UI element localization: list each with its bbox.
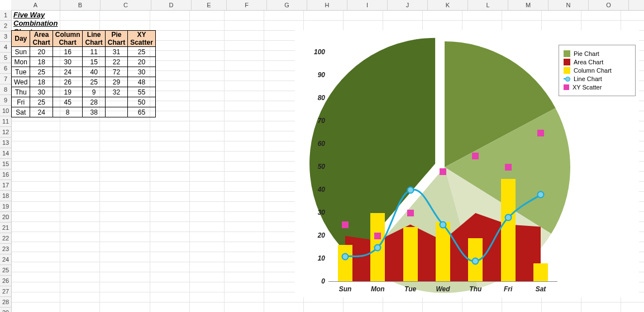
row-header-21[interactable]: 21 xyxy=(0,223,11,233)
table-cell[interactable]: 65 xyxy=(128,107,156,117)
row-header-2[interactable]: 2 xyxy=(0,21,11,31)
row-header-14[interactable]: 14 xyxy=(0,148,11,159)
row-header-7[interactable]: 7 xyxy=(0,74,11,84)
table-cell[interactable] xyxy=(105,97,127,107)
chart-legend[interactable]: Pie Chart Area Chart Column Chart Line C… xyxy=(559,45,636,96)
table-cell[interactable]: 25 xyxy=(30,97,53,107)
table-cell[interactable]: Thu xyxy=(12,87,30,97)
table-cell[interactable]: 40 xyxy=(83,67,105,77)
col-header-D[interactable]: D xyxy=(151,0,192,10)
row-header-23[interactable]: 23 xyxy=(0,244,11,254)
table-cell[interactable]: Wed xyxy=(12,77,30,87)
data-table[interactable]: DayArea ChartColumn ChartLine ChartPie C… xyxy=(11,30,156,117)
table-row[interactable]: Mon1830152220 xyxy=(12,57,156,67)
table-cell[interactable]: Sun xyxy=(12,47,30,57)
row-header-12[interactable]: 12 xyxy=(0,127,11,138)
col-header-B[interactable]: B xyxy=(60,0,101,10)
row-header-22[interactable]: 22 xyxy=(0,233,11,244)
table-cell[interactable]: 31 xyxy=(105,47,127,57)
table-cell[interactable]: 24 xyxy=(53,67,83,77)
combo-chart[interactable]: 0102030405060708090100 SunMonTueWedThuFr… xyxy=(295,30,639,297)
table-cell[interactable]: Sat xyxy=(12,107,30,117)
row-header-13[interactable]: 13 xyxy=(0,138,11,148)
table-cell[interactable]: Fri xyxy=(12,97,30,107)
row-header-5[interactable]: 5 xyxy=(0,53,11,63)
table-cell[interactable]: 72 xyxy=(105,67,127,77)
table-cell[interactable]: 55 xyxy=(128,87,156,97)
col-header-L[interactable]: L xyxy=(468,0,508,10)
col-header-A[interactable]: A xyxy=(11,0,60,10)
table-cell[interactable]: 30 xyxy=(53,57,83,67)
table-cell[interactable]: 25 xyxy=(30,67,53,77)
col-header-I[interactable]: I xyxy=(347,0,388,10)
table-cell[interactable]: 15 xyxy=(83,57,105,67)
table-cell[interactable]: 11 xyxy=(83,47,105,57)
table-header[interactable]: Area Chart xyxy=(30,31,53,47)
table-cell[interactable]: Mon xyxy=(12,57,30,67)
row-header-19[interactable]: 19 xyxy=(0,201,11,212)
row-header-8[interactable]: 8 xyxy=(0,84,11,95)
row-header-3[interactable]: 3 xyxy=(0,31,11,42)
table-cell[interactable]: 18 xyxy=(30,57,53,67)
table-row[interactable]: Wed1826252948 xyxy=(12,77,156,87)
table-cell[interactable]: 24 xyxy=(30,107,53,117)
row-header-9[interactable]: 9 xyxy=(0,95,11,106)
row-header-4[interactable]: 4 xyxy=(0,42,11,53)
col-header-G[interactable]: G xyxy=(267,0,307,10)
table-cell[interactable]: 38 xyxy=(83,107,105,117)
row-header-1[interactable]: 1 xyxy=(0,10,11,21)
table-cell[interactable]: 16 xyxy=(53,47,83,57)
col-header-O[interactable]: O xyxy=(589,0,629,10)
table-cell[interactable]: 50 xyxy=(128,97,156,107)
row-header-28[interactable]: 28 xyxy=(0,297,11,308)
table-header[interactable]: Line Chart xyxy=(83,31,105,47)
table-cell[interactable]: 9 xyxy=(83,87,105,97)
row-header-15[interactable]: 15 xyxy=(0,159,11,169)
row-header-10[interactable]: 10 xyxy=(0,106,11,116)
table-cell[interactable]: 25 xyxy=(83,77,105,87)
table-cell[interactable]: 32 xyxy=(105,87,127,97)
table-row[interactable]: Fri25452850 xyxy=(12,97,156,107)
table-cell[interactable]: 20 xyxy=(128,57,156,67)
table-row[interactable]: Sun2016113125 xyxy=(12,47,156,57)
table-header[interactable]: Pie Chart xyxy=(105,31,127,47)
column-headers[interactable]: ABCDEFGHIJKLMNOP xyxy=(11,0,644,11)
row-header-6[interactable]: 6 xyxy=(0,63,11,74)
legend-item-pie[interactable]: Pie Chart xyxy=(564,50,631,57)
table-cell[interactable]: 22 xyxy=(105,57,127,67)
table-cell[interactable]: Tue xyxy=(12,67,30,77)
table-cell[interactable]: 26 xyxy=(53,77,83,87)
table-cell[interactable]: 19 xyxy=(53,87,83,97)
legend-item-area[interactable]: Area Chart xyxy=(564,59,631,65)
col-header-C[interactable]: C xyxy=(101,0,151,10)
table-cell[interactable]: 28 xyxy=(83,97,105,107)
table-cell[interactable]: 45 xyxy=(53,97,83,107)
row-header-29[interactable]: 29 xyxy=(0,308,11,312)
table-cell[interactable]: 18 xyxy=(30,77,53,87)
row-header-20[interactable]: 20 xyxy=(0,212,11,223)
table-header[interactable]: Column Chart xyxy=(53,31,83,47)
table-cell[interactable]: 30 xyxy=(30,87,53,97)
legend-item-column[interactable]: Column Chart xyxy=(564,67,631,74)
row-header-16[interactable]: 16 xyxy=(0,169,11,180)
legend-item-scatter[interactable]: XY Scatter xyxy=(564,84,631,91)
col-header-F[interactable]: F xyxy=(227,0,267,10)
col-header-N[interactable]: N xyxy=(548,0,589,10)
table-row[interactable]: Tue2524407230 xyxy=(12,67,156,77)
table-row[interactable]: Sat2483865 xyxy=(12,107,156,117)
table-cell[interactable]: 30 xyxy=(128,67,156,77)
row-header-24[interactable]: 24 xyxy=(0,254,11,265)
row-header-18[interactable]: 18 xyxy=(0,191,11,201)
col-header-H[interactable]: H xyxy=(307,0,347,10)
col-header-J[interactable]: J xyxy=(388,0,428,10)
row-header-11[interactable]: 11 xyxy=(0,116,11,127)
row-header-25[interactable]: 25 xyxy=(0,265,11,276)
table-header[interactable]: Day xyxy=(12,31,30,47)
table-row[interactable]: Thu301993255 xyxy=(12,87,156,97)
row-headers[interactable]: 1234567891011121314151617181920212223242… xyxy=(0,10,12,312)
col-header-M[interactable]: M xyxy=(508,0,548,10)
col-header-P[interactable]: P xyxy=(629,0,644,10)
legend-item-line[interactable]: Line Chart xyxy=(564,75,631,82)
col-header-K[interactable]: K xyxy=(428,0,468,10)
table-cell[interactable]: 20 xyxy=(30,47,53,57)
